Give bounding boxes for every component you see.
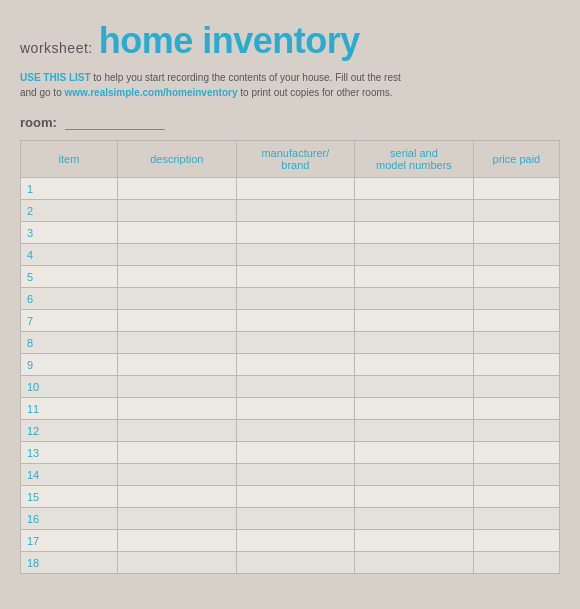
room-row: room: [20,114,560,130]
row-price-cell [473,178,559,200]
col-header-price: price paid [473,141,559,178]
row-number-cell: 18 [21,552,118,574]
row-manufacturer-cell [236,508,355,530]
row-manufacturer-cell [236,222,355,244]
table-row: 12 [21,420,560,442]
row-description-cell [118,464,237,486]
row-number-cell: 12 [21,420,118,442]
col-header-manufacturer: manufacturer/brand [236,141,355,178]
row-serial-cell [355,310,474,332]
row-manufacturer-cell [236,552,355,574]
row-manufacturer-cell [236,178,355,200]
row-serial-cell [355,266,474,288]
row-price-cell [473,310,559,332]
use-this-list-text: USE THIS LIST [20,72,91,83]
row-description-cell [118,354,237,376]
row-number-cell: 9 [21,354,118,376]
row-price-cell [473,442,559,464]
row-description-cell [118,200,237,222]
row-manufacturer-cell [236,442,355,464]
row-number-cell: 2 [21,200,118,222]
title-area: worksheet: home inventory USE THIS LIST … [20,20,560,100]
table-row: 13 [21,442,560,464]
row-number-cell: 10 [21,376,118,398]
instructions-end: to print out copies for other rooms. [238,87,393,98]
row-serial-cell [355,222,474,244]
table-row: 6 [21,288,560,310]
table-row: 11 [21,398,560,420]
row-number-cell: 13 [21,442,118,464]
row-manufacturer-cell [236,200,355,222]
table-row: 5 [21,266,560,288]
row-manufacturer-cell [236,376,355,398]
row-serial-cell [355,486,474,508]
instructions: USE THIS LIST to help you start recordin… [20,70,420,100]
table-row: 1 [21,178,560,200]
row-manufacturer-cell [236,288,355,310]
table-row: 7 [21,310,560,332]
row-price-cell [473,288,559,310]
row-manufacturer-cell [236,530,355,552]
col-header-description: description [118,141,237,178]
row-price-cell [473,200,559,222]
row-price-cell [473,552,559,574]
inventory-table: item description manufacturer/brand seri… [20,140,560,574]
row-number-cell: 6 [21,288,118,310]
table-row: 15 [21,486,560,508]
row-price-cell [473,222,559,244]
title-line: worksheet: home inventory [20,20,560,62]
row-number-cell: 8 [21,332,118,354]
row-price-cell [473,530,559,552]
row-serial-cell [355,398,474,420]
row-serial-cell [355,332,474,354]
row-manufacturer-cell [236,354,355,376]
row-description-cell [118,310,237,332]
row-manufacturer-cell [236,332,355,354]
col-header-serial: serial andmodel numbers [355,141,474,178]
table-row: 2 [21,200,560,222]
row-serial-cell [355,178,474,200]
room-label: room: [20,115,57,130]
row-number-cell: 11 [21,398,118,420]
page-container: worksheet: home inventory USE THIS LIST … [20,20,560,574]
row-description-cell [118,222,237,244]
row-manufacturer-cell [236,266,355,288]
row-description-cell [118,376,237,398]
table-row: 17 [21,530,560,552]
row-serial-cell [355,420,474,442]
row-description-cell [118,420,237,442]
row-serial-cell [355,552,474,574]
row-price-cell [473,464,559,486]
row-price-cell [473,486,559,508]
website-link: www.realsimple.com/homeinventory [64,87,237,98]
row-price-cell [473,376,559,398]
row-description-cell [118,288,237,310]
table-row: 9 [21,354,560,376]
table-row: 4 [21,244,560,266]
row-number-cell: 15 [21,486,118,508]
table-header-row: item description manufacturer/brand seri… [21,141,560,178]
row-description-cell [118,398,237,420]
row-serial-cell [355,354,474,376]
row-price-cell [473,508,559,530]
col-header-item: item [21,141,118,178]
row-serial-cell [355,530,474,552]
row-number-cell: 7 [21,310,118,332]
row-description-cell [118,508,237,530]
worksheet-label: worksheet: [20,40,93,56]
row-price-cell [473,398,559,420]
row-serial-cell [355,464,474,486]
table-row: 18 [21,552,560,574]
table-row: 8 [21,332,560,354]
row-serial-cell [355,288,474,310]
room-input-line [65,114,165,130]
row-manufacturer-cell [236,420,355,442]
row-description-cell [118,244,237,266]
row-price-cell [473,332,559,354]
row-manufacturer-cell [236,244,355,266]
row-manufacturer-cell [236,486,355,508]
row-number-cell: 5 [21,266,118,288]
row-description-cell [118,552,237,574]
row-description-cell [118,178,237,200]
row-number-cell: 4 [21,244,118,266]
